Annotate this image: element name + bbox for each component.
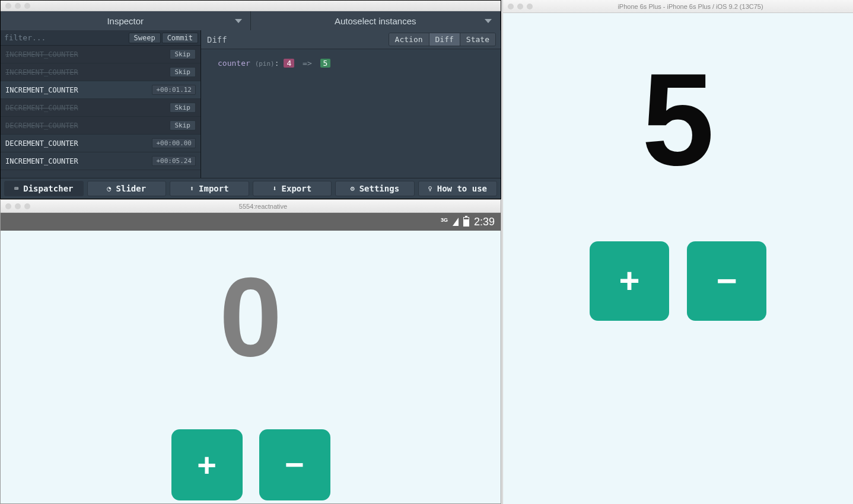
iphone-simulator-window: iPhone 6s Plus - iPhone 6s Plus / iOS 9.…	[502, 0, 853, 504]
tab-label: Autoselect instances	[335, 16, 416, 26]
counter-display: 5	[642, 55, 714, 185]
settings-button[interactable]: ⚙Settings	[335, 181, 415, 196]
close-dot-icon[interactable]	[5, 203, 11, 209]
diff-body: counter (pin): 4 => 5	[201, 49, 501, 68]
bulb-icon: ♀	[428, 184, 432, 193]
import-button[interactable]: ⬆Import	[170, 181, 249, 196]
sweep-button[interactable]: Sweep	[129, 33, 161, 43]
close-dot-icon[interactable]	[5, 3, 11, 9]
minus-icon: −	[285, 448, 304, 481]
diff-title: Diff	[207, 35, 389, 44]
decrement-button[interactable]: −	[259, 429, 330, 500]
keyboard-icon: ⌨	[14, 184, 18, 193]
action-row[interactable]: INCREMENT_COUNTERSkip	[1, 63, 200, 81]
howto-button[interactable]: ♀How to use	[418, 181, 498, 196]
skip-button[interactable]: Skip	[170, 103, 196, 113]
action-label: INCREMENT_COUNTER	[5, 50, 78, 59]
time-badge: +00:00.00	[152, 138, 196, 148]
close-dot-icon[interactable]	[508, 4, 514, 9]
action-label: DECREMENT_COUNTER	[5, 122, 78, 130]
diff-old-value: 4	[284, 59, 294, 68]
devtools-window: Inspector Autoselect instances Sweep Com…	[0, 0, 501, 199]
seg-state-button[interactable]: State	[460, 33, 495, 46]
tab-label: Inspector	[107, 16, 144, 26]
iphone-title-bar: iPhone 6s Plus - iPhone 6s Plus / iOS 9.…	[503, 0, 853, 13]
android-window-title: 5554:reactnative	[30, 203, 496, 210]
minus-icon: −	[716, 263, 737, 299]
action-row[interactable]: INCREMENT_COUNTER+00:01.12	[1, 81, 200, 99]
time-badge: +00:05.24	[152, 156, 196, 166]
action-row[interactable]: INCREMENT_COUNTERSkip	[1, 46, 200, 63]
minimize-dot-icon[interactable]	[15, 3, 21, 9]
android-title-bar: 5554:reactnative	[1, 200, 501, 213]
export-button[interactable]: ⬇Export	[253, 181, 332, 196]
action-row[interactable]: INCREMENT_COUNTER+00:05.24	[1, 152, 200, 170]
skip-button[interactable]: Skip	[170, 67, 196, 77]
skip-button[interactable]: Skip	[170, 120, 196, 130]
android-status-bar: 3G 2:39	[1, 213, 501, 231]
diff-meta: (pin)	[255, 60, 275, 68]
commit-button[interactable]: Commit	[162, 33, 198, 43]
seg-diff-button[interactable]: Diff	[429, 33, 460, 46]
plus-icon: +	[197, 448, 217, 481]
android-app-body: 0 + −	[1, 231, 501, 503]
network-3g-label: 3G	[441, 217, 448, 223]
android-simulator-window: 5554:reactnative 3G 2:39 0 + −	[0, 199, 501, 504]
slider-button[interactable]: ◔Slider	[87, 181, 167, 196]
increment-button[interactable]: +	[171, 429, 243, 500]
diff-key: counter	[218, 59, 250, 68]
seg-action-button[interactable]: Action	[389, 33, 429, 46]
action-row[interactable]: DECREMENT_COUNTER+00:00.00	[1, 135, 200, 152]
filter-input[interactable]	[4, 33, 129, 42]
diff-arrow-icon: =>	[299, 59, 316, 68]
clock-label: 2:39	[474, 216, 495, 228]
maximize-dot-icon[interactable]	[527, 4, 533, 9]
time-badge: +00:01.12	[152, 85, 196, 95]
tab-inspector[interactable]: Inspector	[1, 11, 251, 30]
minimize-dot-icon[interactable]	[15, 203, 21, 209]
maximize-dot-icon[interactable]	[24, 203, 30, 209]
bottom-toolbar: ⌨Dispatcher ◔Slider ⬆Import ⬇Export ⚙Set…	[1, 178, 501, 199]
chevron-down-icon	[235, 19, 242, 23]
dispatcher-button[interactable]: ⌨Dispatcher	[4, 181, 84, 196]
action-label: INCREMENT_COUNTER	[5, 68, 78, 76]
upload-icon: ⬆	[190, 184, 194, 193]
decrement-button[interactable]: −	[687, 241, 766, 321]
iphone-app-body: 5 + −	[503, 13, 853, 504]
action-label: INCREMENT_COUNTER	[5, 86, 78, 94]
diff-panel: Diff Action Diff State counter (pin): 4 …	[201, 30, 501, 178]
battery-icon	[463, 217, 469, 227]
gear-icon: ⚙	[350, 184, 354, 193]
devtools-title-bar	[1, 1, 501, 11]
action-list-panel: Sweep Commit INCREMENT_COUNTERSkipINCREM…	[1, 30, 201, 178]
signal-icon	[453, 218, 459, 226]
counter-display: 0	[219, 260, 282, 373]
skip-button[interactable]: Skip	[170, 49, 196, 59]
tab-instances[interactable]: Autoselect instances	[251, 11, 501, 30]
increment-button[interactable]: +	[590, 241, 669, 321]
action-label: DECREMENT_COUNTER	[5, 104, 78, 112]
action-row[interactable]: DECREMENT_COUNTERSkip	[1, 117, 200, 135]
maximize-dot-icon[interactable]	[24, 3, 30, 9]
action-row[interactable]: DECREMENT_COUNTERSkip	[1, 99, 200, 117]
iphone-window-title: iPhone 6s Plus - iPhone 6s Plus / iOS 9.…	[533, 3, 848, 10]
plus-icon: +	[619, 263, 639, 299]
chevron-down-icon	[485, 19, 492, 23]
action-label: INCREMENT_COUNTER	[5, 157, 78, 165]
action-label: DECREMENT_COUNTER	[5, 139, 78, 148]
diff-new-value: 5	[320, 59, 331, 68]
clock-icon: ◔	[107, 184, 111, 193]
minimize-dot-icon[interactable]	[517, 4, 523, 9]
download-icon: ⬇	[272, 184, 276, 193]
